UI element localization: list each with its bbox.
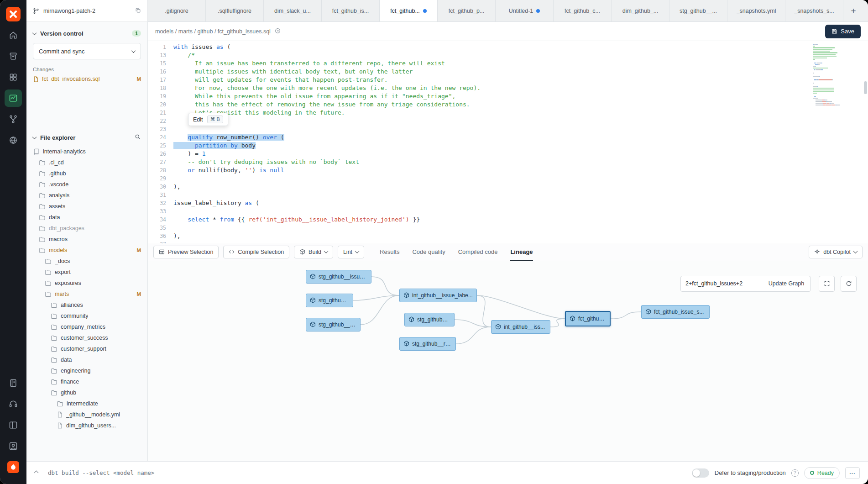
lint-button[interactable]: Lint bbox=[338, 246, 364, 258]
file-tree-item[interactable]: github bbox=[33, 387, 146, 398]
code-line[interactable]: 20 this has the effect of removing the n… bbox=[148, 100, 868, 109]
search-icon[interactable] bbox=[135, 134, 141, 142]
code-line[interactable]: 27 -- don't try deduping issues with no … bbox=[148, 158, 868, 166]
branch-name[interactable]: mirnawong1-patch-2 bbox=[43, 8, 95, 14]
file-tree-item[interactable]: .ci_cd bbox=[33, 157, 146, 168]
update-graph-button[interactable]: Update Graph bbox=[763, 276, 810, 292]
file-explorer-header[interactable]: File explorer bbox=[33, 132, 141, 143]
lineage-node[interactable]: fct_github_issue_s... bbox=[641, 305, 710, 319]
editor-tab[interactable]: .gitignore bbox=[148, 0, 206, 21]
code-line[interactable]: 29 bbox=[148, 174, 868, 183]
code-line[interactable]: 37 bbox=[148, 240, 868, 243]
code-line[interactable]: 24 qualify row_number() over ( bbox=[148, 133, 868, 142]
file-tree-item[interactable]: dbt_packages bbox=[33, 223, 146, 234]
help-icon[interactable]: ? bbox=[791, 469, 799, 477]
file-tree-item[interactable]: finance bbox=[33, 376, 146, 387]
code-line[interactable]: 31 bbox=[148, 191, 868, 199]
editor-tab[interactable]: dim_slack_u... bbox=[264, 0, 322, 21]
panel-tab-code-quality[interactable]: Code quality bbox=[412, 243, 445, 261]
code-line[interactable]: 13 /* bbox=[148, 51, 868, 59]
lineage-node[interactable]: int_github__iss... bbox=[491, 320, 550, 334]
lineage-node[interactable]: stg_github__... bbox=[306, 294, 353, 307]
copy-path-icon[interactable] bbox=[275, 28, 281, 35]
file-tree-item[interactable]: intermediate bbox=[33, 398, 146, 409]
panel-tab-compiled-code[interactable]: Compiled code bbox=[458, 243, 498, 261]
code-line[interactable]: 19 While this prevents the old issue fro… bbox=[148, 92, 868, 100]
globe-icon[interactable] bbox=[5, 132, 22, 149]
editor-tab[interactable]: dim_github_... bbox=[612, 0, 669, 21]
file-tree-item[interactable]: engineering bbox=[33, 365, 146, 376]
layout-icon[interactable] bbox=[5, 416, 22, 434]
home-icon[interactable] bbox=[5, 26, 22, 44]
file-tree-item[interactable]: .github bbox=[33, 168, 146, 179]
editor-tab[interactable]: _snapshots.yml bbox=[727, 0, 785, 21]
editor-tab[interactable]: _snapshots_s... bbox=[785, 0, 843, 21]
build-button[interactable]: Build bbox=[294, 246, 333, 258]
editor-tab[interactable]: Untitled-1 bbox=[496, 0, 554, 21]
editor-tab[interactable]: stg_github__... bbox=[669, 0, 727, 21]
code-line[interactable]: 1with issues as ( bbox=[148, 43, 868, 51]
code-line[interactable]: 26 ) = 1 bbox=[148, 150, 868, 158]
file-tree-item[interactable]: assets bbox=[33, 201, 146, 212]
panel-tab-results[interactable]: Results bbox=[380, 243, 399, 261]
code-line[interactable]: 25 partition by body bbox=[148, 142, 868, 150]
editor-tab[interactable]: fct_github_p... bbox=[438, 0, 496, 21]
code-line[interactable]: 35 bbox=[148, 224, 868, 232]
account-icon[interactable] bbox=[5, 437, 22, 455]
dbt-copilot-button[interactable]: dbt Copilot bbox=[809, 246, 863, 258]
edit-button[interactable]: Edit bbox=[193, 116, 203, 123]
code-line[interactable]: 28 or nullif(body, '') is null bbox=[148, 166, 868, 174]
headset-icon[interactable] bbox=[5, 395, 22, 413]
copy-branch-icon[interactable] bbox=[135, 7, 141, 15]
editor-tab[interactable]: fct_github... bbox=[380, 0, 438, 21]
commit-and-sync-button[interactable]: Commit and sync bbox=[33, 43, 141, 59]
lineage-selector-input[interactable]: 2+fct_github_issues+2 bbox=[680, 276, 763, 292]
file-tree-item[interactable]: data bbox=[33, 354, 146, 365]
file-tree-item[interactable]: alliances bbox=[33, 300, 146, 310]
code-line[interactable]: 22 */ bbox=[148, 117, 868, 125]
file-tree-item[interactable]: company_metrics bbox=[33, 321, 146, 332]
editor-tab[interactable]: .sqlfluffignore bbox=[206, 0, 264, 21]
notebook-icon[interactable] bbox=[5, 374, 22, 392]
file-tree-item[interactable]: analysis bbox=[33, 190, 146, 201]
file-tree-item[interactable]: _docs bbox=[33, 256, 146, 267]
panel-tab-lineage[interactable]: Lineage bbox=[510, 243, 533, 261]
code-line[interactable]: 33 bbox=[148, 207, 868, 216]
editor-tab[interactable]: fct_github_c... bbox=[554, 0, 612, 21]
code-line[interactable]: 36), bbox=[148, 232, 868, 240]
archive-icon[interactable] bbox=[5, 47, 22, 65]
new-tab-button[interactable]: + bbox=[843, 0, 863, 21]
fullscreen-button[interactable] bbox=[819, 276, 835, 292]
lineage-node[interactable]: stg_github__re... bbox=[399, 337, 456, 351]
file-tree-item[interactable]: customer_support bbox=[33, 343, 146, 354]
file-tree-item[interactable]: _github__models.yml bbox=[33, 409, 146, 420]
compile-selection-button[interactable]: Compile Selection bbox=[223, 246, 289, 258]
file-tree-item[interactable]: modelsM bbox=[33, 245, 146, 256]
code-line[interactable]: 30), bbox=[148, 183, 868, 191]
editor-tab[interactable]: fct_github_is... bbox=[322, 0, 380, 21]
code-line[interactable]: 15 If an issue has been transferred to a… bbox=[148, 59, 868, 68]
file-tree-item[interactable]: internal-analytics bbox=[33, 146, 146, 157]
lineage-node[interactable]: fct_github_... bbox=[565, 311, 611, 326]
code-editor[interactable]: 1with issues as (13 /*15 If an issue has… bbox=[148, 41, 868, 243]
grid-icon[interactable] bbox=[5, 68, 22, 86]
fork-icon[interactable] bbox=[5, 110, 22, 128]
defer-toggle[interactable] bbox=[692, 468, 709, 478]
code-line[interactable]: 16 multiple issues with identical body t… bbox=[148, 68, 868, 76]
lineage-node[interactable]: stg_github__issue_... bbox=[306, 270, 371, 284]
lineage-node[interactable]: int_github__issue_labe... bbox=[399, 289, 477, 302]
code-line[interactable]: 34 select * from {{ ref('int_github__iss… bbox=[148, 216, 868, 224]
file-tree-item[interactable]: .vscode bbox=[33, 179, 146, 190]
lineage-node[interactable]: stg_github__... bbox=[404, 313, 455, 326]
refresh-graph-button[interactable] bbox=[841, 276, 857, 292]
code-line[interactable]: 18 For now, choose the one with more rec… bbox=[148, 84, 868, 92]
file-tree-item[interactable]: export bbox=[33, 267, 146, 278]
preview-selection-button[interactable]: Preview Selection bbox=[153, 246, 219, 258]
file-tree-item[interactable]: martsM bbox=[33, 289, 146, 300]
code-line[interactable]: 17 will get updates for events that happ… bbox=[148, 76, 868, 84]
file-tree-item[interactable]: customer_success bbox=[33, 332, 146, 343]
file-tree-item[interactable]: macros bbox=[33, 234, 146, 245]
dbt-logo-icon[interactable] bbox=[5, 5, 22, 23]
code-line[interactable]: 32issue_label_history as ( bbox=[148, 199, 868, 207]
more-options-button[interactable]: ⋯ bbox=[845, 467, 860, 479]
